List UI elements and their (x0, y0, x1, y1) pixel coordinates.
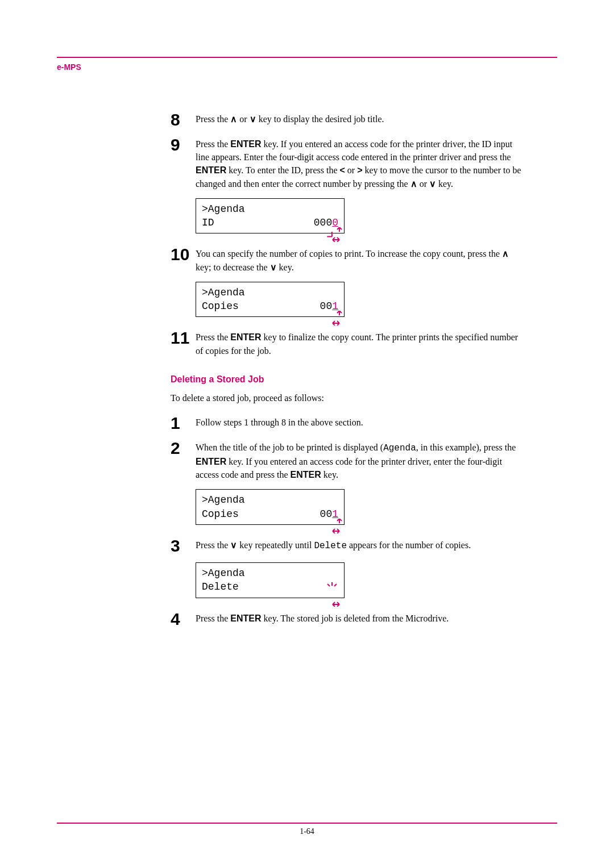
blink-arrows-icon (327, 227, 347, 241)
step-number: 8 (171, 111, 196, 128)
svg-line-1 (327, 584, 330, 586)
lcd-line1: >Agenda (202, 566, 245, 580)
svg-line-2 (334, 584, 337, 586)
lcd-line1: >Agenda (202, 202, 245, 216)
step-b2: 2 When the title of the job to be printe… (171, 440, 523, 482)
step-text: Press the ENTER key. If you entered an a… (196, 136, 523, 190)
step-number: 11 (171, 329, 196, 347)
steps-block-a: 8 Press the ∧ or ∨ key to display the de… (171, 111, 523, 628)
step-11: 11 Press the ENTER key to finalize the c… (171, 329, 523, 357)
page-number: 1-64 (57, 827, 557, 836)
step-b4: 4 Press the ENTER key. The stored job is… (171, 611, 523, 628)
section-intro: To delete a stored job, proceed as follo… (171, 391, 523, 404)
step-10: 10 You can specify the number of copies … (171, 246, 523, 273)
step-text: Press the ENTER key. The stored job is d… (196, 611, 449, 625)
step-text: Press the ∨ key repeatedly until Delete … (196, 537, 471, 553)
step-9: 9 Press the ENTER key. If you entered an… (171, 136, 523, 190)
blink-arrows-icon (327, 311, 347, 324)
step-text: Follow steps 1 through 8 in the above se… (196, 415, 363, 429)
lcd-line1: >Agenda (202, 286, 245, 299)
header-rule (57, 57, 557, 58)
footer: 1-64 (57, 823, 557, 836)
step-8: 8 Press the ∧ or ∨ key to display the de… (171, 111, 523, 128)
lcd-line2-label: Copies (202, 299, 239, 313)
step-b1: 1 Follow steps 1 through 8 in the above … (171, 415, 523, 432)
footer-rule (57, 823, 557, 824)
lcd-display-delete: >Agenda Delete (196, 562, 345, 598)
step-number: 9 (171, 136, 196, 153)
step-text: Press the ENTER key to finalize the copy… (196, 329, 523, 357)
lcd-container: >Agenda Copies 001 (196, 489, 523, 525)
lcd-line2-label: Copies (202, 507, 239, 521)
step-text: When the title of the job to be printed … (196, 440, 523, 482)
step-text: You can specify the number of copies to … (196, 246, 523, 273)
lcd-line2-label: ID (202, 216, 214, 229)
step-text: Press the ∧ or ∨ key to display the desi… (196, 111, 384, 126)
lcd-container: >Agenda Copies 001 (196, 282, 523, 318)
lcd-container: >Agenda Delete (196, 562, 523, 598)
header-label: e-MPS (57, 62, 557, 72)
lcd-display-copies-2: >Agenda Copies 001 (196, 489, 345, 525)
page: e-MPS 8 Press the ∧ or ∨ key to display … (0, 0, 614, 868)
blink-arrows-icon (327, 592, 347, 606)
step-b3: 3 Press the ∨ key repeatedly until Delet… (171, 537, 523, 554)
step-number: 4 (171, 611, 196, 628)
step-number: 1 (171, 415, 196, 432)
lcd-display-copies: >Agenda Copies 001 (196, 282, 345, 318)
section-heading-deleting: Deleting a Stored Job (171, 374, 523, 385)
step-number: 10 (171, 246, 196, 263)
lcd-display-id: >Agenda ID 0000 (196, 198, 345, 234)
lcd-container: >Agenda ID 0000 (196, 198, 523, 234)
step-number: 2 (171, 440, 196, 457)
step-number: 3 (171, 537, 196, 554)
lcd-line2-label: Delete (202, 580, 239, 594)
lcd-line1: >Agenda (202, 493, 245, 507)
blink-arrows-icon (327, 519, 347, 532)
